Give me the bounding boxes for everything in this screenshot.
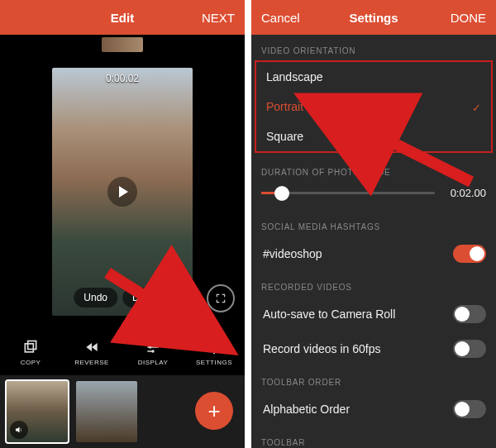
svg-point-3 xyxy=(149,346,151,348)
clip-row: + xyxy=(0,375,245,448)
edit-panel: Edit NEXT 0:00.02 Undo Delete COPY xyxy=(0,0,245,448)
duration-header: DURATION OF PHOTO SLIDE xyxy=(251,156,496,182)
toolbar-header: TOOLBAR xyxy=(251,427,496,448)
clip-thumb-2[interactable] xyxy=(76,381,137,442)
display-label: DISPLAY xyxy=(138,359,169,366)
speaker-icon xyxy=(14,425,24,435)
hashtag-row[interactable]: #videoshop xyxy=(251,236,496,271)
fullscreen-icon xyxy=(215,293,227,304)
reverse-tool[interactable]: REVERSE xyxy=(61,329,122,375)
cancel-button[interactable]: Cancel xyxy=(261,11,303,25)
orientation-group: Landscape Portrait ✓ Square xyxy=(255,60,493,153)
autosave-row[interactable]: Auto-save to Camera Roll xyxy=(251,297,496,331)
mute-badge[interactable] xyxy=(10,421,28,439)
duration-slider-row: 0:02.00 xyxy=(251,182,496,211)
fullscreen-button[interactable] xyxy=(207,284,235,312)
add-clip-button[interactable]: + xyxy=(195,392,233,430)
preview-area: 0:00.02 Undo Delete xyxy=(0,55,245,329)
edit-title: Edit xyxy=(111,11,134,25)
svg-point-2 xyxy=(155,341,157,344)
settings-panel: Cancel Settings DONE VIDEO ORIENTATION L… xyxy=(251,0,496,448)
display-icon xyxy=(145,339,161,355)
svg-point-5 xyxy=(212,345,217,349)
settings-body[interactable]: VIDEO ORIENTATION Landscape Portrait ✓ S… xyxy=(251,35,496,448)
play-button[interactable] xyxy=(107,177,137,207)
hashtag-label: #videoshop xyxy=(263,247,322,260)
autosave-toggle[interactable] xyxy=(453,305,486,323)
timestamp: 0:00.02 xyxy=(106,73,139,84)
record60-toggle[interactable] xyxy=(453,340,486,358)
duration-slider[interactable] xyxy=(261,192,435,194)
check-icon: ✓ xyxy=(472,102,481,114)
orientation-header: VIDEO ORIENTATION xyxy=(251,35,496,60)
copy-tool[interactable]: COPY xyxy=(0,329,61,375)
hashtags-header: SOCIAL MEDIA HASHTAGS xyxy=(251,211,496,236)
timeline-clip[interactable] xyxy=(102,37,143,52)
copy-label: COPY xyxy=(21,359,41,366)
toolbar-order-header: TOOLBAR ORDER xyxy=(251,366,496,392)
display-tool[interactable]: DISPLAY xyxy=(122,329,184,375)
plus-icon: + xyxy=(207,398,220,424)
alphabetic-row[interactable]: Alphabetic Order xyxy=(251,392,496,427)
orientation-landscape[interactable]: Landscape xyxy=(256,62,491,92)
tool-row: COPY REVERSE DISPLAY SETTINGS xyxy=(0,329,245,375)
settings-title: Settings xyxy=(349,11,398,25)
copy-icon xyxy=(22,339,39,355)
reverse-icon xyxy=(83,339,100,355)
record60-label: Record videos in 60fps xyxy=(263,342,380,355)
done-button[interactable]: DONE xyxy=(445,11,486,25)
svg-point-4 xyxy=(151,350,154,352)
svg-rect-0 xyxy=(25,343,33,351)
edit-topbar: Edit NEXT xyxy=(0,0,245,35)
record60-row[interactable]: Record videos in 60fps xyxy=(251,331,496,366)
autosave-label: Auto-save to Camera Roll xyxy=(263,307,395,321)
slider-knob[interactable] xyxy=(274,186,289,201)
alphabetic-toggle[interactable] xyxy=(453,400,486,418)
recorded-header: RECORDED VIDEOS xyxy=(251,271,496,297)
svg-rect-1 xyxy=(28,341,36,349)
next-button[interactable]: NEXT xyxy=(193,11,235,25)
gear-icon xyxy=(206,339,222,355)
orientation-portrait[interactable]: Portrait ✓ xyxy=(256,92,491,122)
settings-tool[interactable]: SETTINGS xyxy=(184,329,245,375)
settings-label: SETTINGS xyxy=(196,359,232,366)
hashtag-toggle[interactable] xyxy=(453,245,486,263)
reverse-label: REVERSE xyxy=(74,359,109,366)
timeline-strip[interactable] xyxy=(0,35,245,55)
undo-button[interactable]: Undo xyxy=(74,288,117,307)
alphabetic-label: Alphabetic Order xyxy=(263,403,350,416)
clip-thumb-1[interactable] xyxy=(7,381,68,442)
orientation-square[interactable]: Square xyxy=(256,122,491,151)
duration-value: 0:02.00 xyxy=(443,187,486,199)
delete-button[interactable]: Delete xyxy=(122,288,171,307)
video-preview[interactable]: 0:00.02 Undo Delete xyxy=(52,68,193,316)
portrait-label: Portrait xyxy=(266,100,303,113)
settings-topbar: Cancel Settings DONE xyxy=(251,0,496,35)
